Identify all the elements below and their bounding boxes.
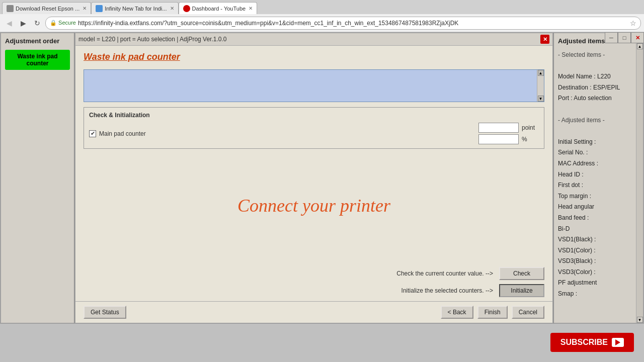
percent-input[interactable] bbox=[478, 134, 519, 144]
counter-row: ✔ Main pad counter point % bbox=[89, 123, 539, 144]
dialog-body: Waste ink pad counter ▲ ▼ Check & Initia… bbox=[75, 46, 552, 263]
check-button[interactable]: Check bbox=[499, 267, 544, 280]
adjusted-items-header: - Adjusted items - bbox=[558, 115, 639, 126]
main-pad-checkbox-item[interactable]: ✔ Main pad counter bbox=[89, 130, 146, 137]
main-pad-checkbox[interactable]: ✔ bbox=[89, 130, 96, 137]
vsd1-black: VSD1(Black) : bbox=[558, 234, 639, 245]
top-margin: Top margin : bbox=[558, 191, 639, 202]
tab-1-close[interactable]: ✕ bbox=[83, 6, 87, 11]
connect-printer-text: Connect your printer bbox=[237, 195, 390, 216]
vsd3-black: VSD3(Black) : bbox=[558, 256, 639, 267]
text-output-scrollbar: ▲ ▼ bbox=[537, 70, 544, 102]
mac-address: MAC Address : bbox=[558, 158, 639, 169]
outer-close-btn[interactable]: ✕ bbox=[631, 32, 644, 43]
scroll-up-arrow[interactable]: ▲ bbox=[538, 70, 544, 76]
right-panel: Adjusted items - Selected items - Model … bbox=[553, 32, 644, 324]
smap: Smap : bbox=[558, 289, 639, 300]
back-button[interactable]: ◀ bbox=[3, 17, 15, 29]
initial-setting: Initial Setting : bbox=[558, 137, 639, 148]
destination: Destination : ESP/EPIL bbox=[558, 82, 639, 94]
left-panel: Adjustment order Waste ink pad counter bbox=[0, 32, 74, 324]
head-angular: Head angular bbox=[558, 202, 639, 213]
check-init-section: Check & Initialization ✔ Main pad counte… bbox=[84, 107, 544, 149]
connect-printer-area: Connect your printer bbox=[84, 154, 544, 257]
counter-inputs: point % bbox=[478, 123, 535, 144]
main-dialog: model = L220 | port = Auto selection | A… bbox=[74, 32, 553, 324]
outer-minimize-btn[interactable]: ─ bbox=[605, 32, 618, 43]
bookmark-icon[interactable]: ☆ bbox=[630, 19, 636, 27]
address-bar[interactable]: 🔒 Secure https://infinity-india.extfans.… bbox=[45, 17, 641, 30]
check-action-row: Check the current counter value. --> Che… bbox=[84, 267, 544, 280]
sidebar-item-waste-ink[interactable]: Waste ink pad counter bbox=[5, 50, 70, 70]
right-scroll-down[interactable]: ▼ bbox=[637, 317, 643, 323]
vsd1-color: VSD1(Color) : bbox=[558, 245, 639, 256]
text-output-area: ▲ ▼ bbox=[84, 69, 544, 102]
address-text: https://infinity-india.extfans.com/?utm_… bbox=[78, 20, 628, 27]
refresh-button[interactable]: ↻ bbox=[31, 17, 43, 29]
tab-3-icon bbox=[183, 5, 190, 12]
pf-adjustment: PF adjustment bbox=[558, 278, 639, 289]
back-nav-button[interactable]: < Back bbox=[441, 306, 473, 319]
secure-icon: 🔒 Secure bbox=[50, 20, 76, 26]
nav-bar: ◀ ▶ ↻ 🔒 Secure https://infinity-india.ex… bbox=[0, 14, 644, 32]
tab-3-close[interactable]: ✕ bbox=[249, 6, 253, 11]
subscribe-button[interactable]: SUBSCRIBE bbox=[550, 333, 634, 352]
head-id: Head ID : bbox=[558, 169, 639, 180]
tab-1-icon bbox=[7, 5, 14, 12]
cancel-button[interactable]: Cancel bbox=[512, 306, 544, 319]
bottom-nav-right: < Back Finish Cancel bbox=[441, 306, 544, 319]
dialog-title-text: model = L220 | port = Auto selection | A… bbox=[78, 36, 226, 43]
action-rows: Check the current counter value. --> Che… bbox=[75, 263, 552, 301]
right-panel-scrollbar: ▲ ▼ bbox=[636, 43, 643, 323]
band-feed: Band feed : bbox=[558, 213, 639, 224]
tab-1-label: Download Reset Epson ... bbox=[16, 6, 79, 12]
point-input[interactable] bbox=[478, 123, 519, 133]
bottom-nav-left: Get Status bbox=[84, 306, 126, 319]
subscribe-label: SUBSCRIBE bbox=[560, 338, 608, 347]
tab-3-label: Dashboard - YouTube bbox=[192, 6, 246, 12]
check-init-legend: Check & Initialization bbox=[89, 112, 539, 119]
forward-button[interactable]: ▶ bbox=[17, 17, 29, 29]
tab-3[interactable]: Dashboard - YouTube ✕ bbox=[179, 2, 258, 14]
point-unit: point bbox=[522, 124, 535, 131]
bottom-nav: Get Status < Back Finish Cancel bbox=[75, 301, 552, 323]
percent-unit: % bbox=[522, 136, 527, 143]
vsd3-color: VSD3(Color) : bbox=[558, 267, 639, 278]
selected-items-header: - Selected items - bbox=[558, 50, 639, 61]
get-status-button[interactable]: Get Status bbox=[84, 306, 126, 319]
init-action-row: Initialize the selected counters. --> In… bbox=[84, 284, 544, 297]
left-panel-title: Adjustment order bbox=[5, 37, 70, 45]
scroll-down-arrow[interactable]: ▼ bbox=[538, 96, 544, 102]
tab-1[interactable]: Download Reset Epson ... ✕ bbox=[2, 2, 91, 14]
outer-window-controls: ─ □ ✕ bbox=[605, 32, 644, 43]
first-dot: First dot : bbox=[558, 180, 639, 191]
youtube-icon bbox=[612, 338, 624, 347]
port: Port : Auto selection bbox=[558, 93, 639, 104]
initialize-button[interactable]: Initialize bbox=[499, 284, 544, 297]
main-pad-label: Main pad counter bbox=[99, 130, 146, 137]
init-action-label: Initialize the selected counters. --> bbox=[401, 287, 493, 294]
outer-maximize-btn[interactable]: □ bbox=[618, 32, 631, 43]
right-panel-content: - Selected items - Model Name : L220 Des… bbox=[558, 50, 639, 300]
app-content-area: ─ □ ✕ Adjustment order Waste ink pad cou… bbox=[0, 32, 644, 324]
section-title: Waste ink pad counter bbox=[84, 52, 544, 62]
tab-2-label: Infinity New Tab for Indi... bbox=[105, 6, 167, 12]
right-scroll-up[interactable]: ▲ bbox=[637, 43, 643, 49]
finish-button[interactable]: Finish bbox=[477, 306, 508, 319]
tab-2-icon bbox=[96, 5, 103, 12]
percent-input-row: % bbox=[478, 134, 535, 144]
model-name: Model Name : L220 bbox=[558, 71, 639, 82]
tab-bar: Download Reset Epson ... ✕ Infinity New … bbox=[0, 0, 644, 14]
tab-2[interactable]: Infinity New Tab for Indi... ✕ bbox=[91, 2, 178, 14]
dialog-titlebar: model = L220 | port = Auto selection | A… bbox=[75, 33, 552, 46]
check-action-label: Check the current counter value. --> bbox=[396, 270, 493, 277]
bi-d: Bi-D bbox=[558, 224, 639, 235]
dialog-close-btn[interactable]: ✕ bbox=[540, 35, 549, 44]
point-input-row: point bbox=[478, 123, 535, 133]
serial-no: Serial No. : bbox=[558, 147, 639, 158]
browser-chrome: Download Reset Epson ... ✕ Infinity New … bbox=[0, 0, 644, 32]
tab-2-close[interactable]: ✕ bbox=[170, 6, 174, 11]
